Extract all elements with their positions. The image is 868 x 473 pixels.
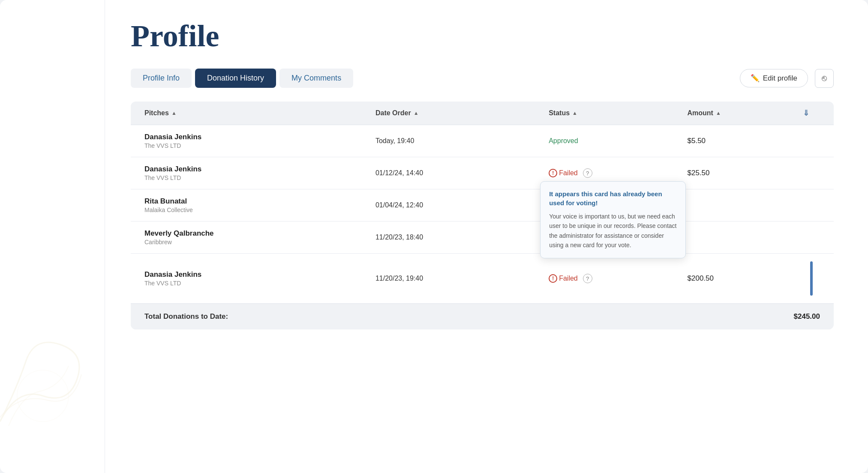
- sidebar-decoration: [0, 319, 103, 439]
- scrollbar-thumb[interactable]: [810, 261, 813, 296]
- app-container: Profile Profile Info Donation History My…: [0, 0, 868, 473]
- pitch-org: The VVS LTD: [144, 142, 375, 149]
- pitch-cell: Rita Bunatal Malaika Collective: [144, 197, 375, 213]
- pitch-name: Meverly Qalbranche: [144, 229, 375, 238]
- pitch-name: Danasia Jenkins: [144, 165, 375, 174]
- tooltip: It appears this card has already been us…: [540, 181, 686, 258]
- header-row: Profile Info Donation History My Comment…: [131, 69, 834, 88]
- sort-icon-amount[interactable]: ▲: [716, 110, 721, 116]
- pitch-org: The VVS LTD: [144, 280, 375, 287]
- status-cell: ! Failed ?: [549, 274, 687, 283]
- date-cell: 01/04/24, 12:40: [375, 201, 549, 209]
- pitch-cell: Danasia Jenkins The VVS LTD: [144, 165, 375, 181]
- edit-profile-label: Edit profile: [763, 74, 797, 83]
- table-header: Pitches ▲ Date Order ▲ Status ▲ Amount ▲…: [131, 102, 834, 125]
- header-actions: ✏️ Edit profile ⎋: [740, 69, 834, 88]
- sort-icon-status[interactable]: ▲: [572, 110, 577, 116]
- help-icon[interactable]: ?: [583, 274, 592, 283]
- table-row: Meverly Qalbranche Caribbrew 11/20/23, 1…: [131, 222, 834, 254]
- tab-profile-info[interactable]: Profile Info: [131, 69, 192, 88]
- date-cell: Today, 19:40: [375, 137, 549, 145]
- expand-icon[interactable]: ⇓: [803, 108, 809, 118]
- tab-donation-history[interactable]: Donation History: [195, 69, 276, 88]
- date-cell: 11/20/23, 19:40: [375, 275, 549, 282]
- total-row: Total Donations to Date: $245.00: [131, 303, 834, 329]
- pitch-name: Danasia Jenkins: [144, 133, 375, 141]
- col-header-date: Date Order ▲: [375, 108, 549, 118]
- logout-button[interactable]: ⎋: [815, 69, 834, 88]
- pitch-cell: Danasia Jenkins The VVS LTD: [144, 133, 375, 149]
- col-header-status: Status ▲: [549, 108, 687, 118]
- table-row: Danasia Jenkins The VVS LTD 01/12/24, 14…: [131, 157, 834, 189]
- col-header-amount: Amount ▲: [688, 108, 803, 118]
- col-header-expand[interactable]: ⇓: [803, 108, 820, 118]
- status-failed: ! Failed: [549, 274, 578, 283]
- pitch-name: Danasia Jenkins: [144, 270, 375, 279]
- total-amount: $245.00: [794, 312, 820, 321]
- sort-icon-pitches[interactable]: ▲: [171, 110, 177, 116]
- pitch-name: Rita Bunatal: [144, 197, 375, 206]
- status-approved: Approved: [549, 137, 578, 145]
- tabs: Profile Info Donation History My Comment…: [131, 69, 353, 88]
- sidebar: [0, 0, 105, 473]
- pitch-cell: Danasia Jenkins The VVS LTD: [144, 270, 375, 287]
- edit-icon: ✏️: [751, 74, 760, 83]
- sort-icon-date[interactable]: ▲: [414, 110, 419, 116]
- tooltip-title: It appears this card has already been us…: [549, 189, 677, 207]
- pitch-org: The VVS LTD: [144, 174, 375, 181]
- amount-cell: $25.50: [688, 169, 803, 177]
- failed-icon: !: [549, 169, 557, 177]
- amount-cell: $5.50: [688, 137, 803, 145]
- main-content: Profile Profile Info Donation History My…: [105, 0, 868, 473]
- failed-icon: !: [549, 274, 557, 283]
- logout-icon: ⎋: [822, 73, 827, 83]
- date-cell: 11/20/23, 18:40: [375, 234, 549, 241]
- pitch-org: Malaika Collective: [144, 207, 375, 213]
- donation-table: Pitches ▲ Date Order ▲ Status ▲ Amount ▲…: [131, 102, 834, 329]
- date-cell: 01/12/24, 14:40: [375, 169, 549, 177]
- page-title: Profile: [131, 21, 834, 51]
- status-failed: ! Failed: [549, 169, 578, 177]
- status-cell: ! Failed ? It appears this card has alre…: [549, 168, 687, 178]
- amount-cell: $200.50: [688, 274, 803, 283]
- edit-profile-button[interactable]: ✏️ Edit profile: [740, 69, 808, 87]
- status-cell: Approved: [549, 137, 687, 145]
- total-label: Total Donations to Date:: [144, 312, 228, 321]
- pitch-cell: Meverly Qalbranche Caribbrew: [144, 229, 375, 245]
- tab-my-comments[interactable]: My Comments: [279, 69, 353, 88]
- table-row: Danasia Jenkins The VVS LTD Today, 19:40…: [131, 125, 834, 157]
- tooltip-body: Your voice is important to us, but we ne…: [549, 212, 677, 250]
- help-icon[interactable]: ?: [583, 168, 592, 178]
- col-header-pitches: Pitches ▲: [144, 108, 375, 118]
- table-row: Rita Bunatal Malaika Collective 01/04/24…: [131, 189, 834, 222]
- pitch-org: Caribbrew: [144, 239, 375, 245]
- table-row: Danasia Jenkins The VVS LTD 11/20/23, 19…: [131, 254, 834, 303]
